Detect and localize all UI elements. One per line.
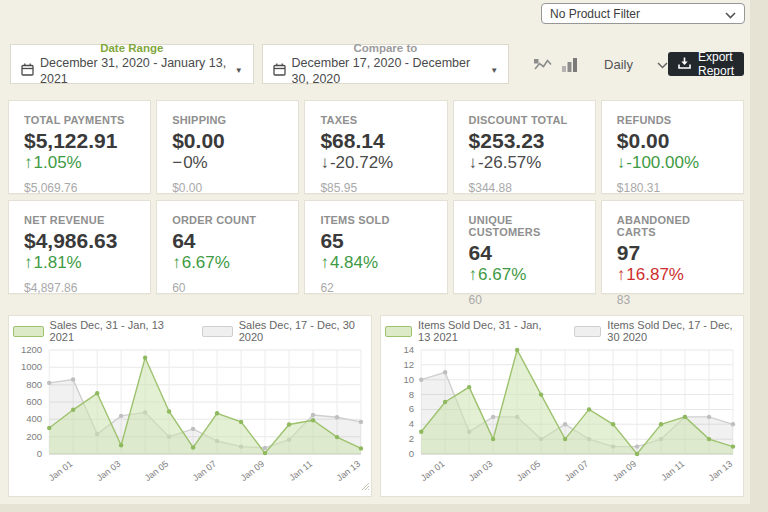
- trend-arrow-icon: ↑: [617, 265, 626, 284]
- svg-text:400: 400: [26, 413, 42, 424]
- date-range-value: December 31, 2020 - January 13, 2021: [40, 55, 229, 87]
- sales-chart-plot: 020040060080010001200Jan 01Jan 03Jan 05J…: [13, 342, 367, 496]
- legend-swatch-icon: [385, 326, 412, 337]
- kpi-label: TOTAL PAYMENTS: [24, 114, 135, 126]
- kpi-label: ABANDONED CARTS: [617, 214, 728, 238]
- svg-text:600: 600: [26, 396, 42, 407]
- sales-chart-legend: Sales Dec, 31 - Jan, 13 2021Sales Dec, 1…: [13, 322, 367, 340]
- kpi-card-discount-total: DISCOUNT TOTAL$253.23↓-26.57%$344.88: [453, 100, 596, 194]
- legend-item[interactable]: Items Sold Dec, 31 - Jan, 13 2021: [385, 319, 548, 343]
- download-icon: [678, 57, 691, 72]
- kpi-card-unique-customers: UNIQUE CUSTOMERS64↑6.67%60: [453, 200, 596, 294]
- kpi-card-order-count: ORDER COUNT64↑6.67%60: [156, 200, 299, 294]
- legend-item[interactable]: Sales Dec, 31 - Jan, 13 2021: [13, 319, 176, 343]
- export-report-button[interactable]: Export Report: [668, 52, 744, 76]
- svg-text:Jan 05: Jan 05: [143, 459, 171, 483]
- trend-arrow-icon: ↑: [469, 265, 478, 284]
- product-filter-value: No Product Filter: [550, 7, 725, 21]
- kpi-value: $253.23: [469, 130, 580, 152]
- kpi-delta: ↑1.05%: [24, 153, 135, 172]
- kpi-value: $0.00: [617, 130, 728, 152]
- svg-text:200: 200: [26, 431, 42, 442]
- bar-chart-icon[interactable]: [561, 57, 578, 72]
- items-sold-chart-panel: Items Sold Dec, 31 - Jan, 13 2021Items S…: [380, 315, 744, 497]
- svg-text:Jan 11: Jan 11: [287, 459, 314, 483]
- svg-text:0: 0: [37, 448, 42, 459]
- kpi-value: 65: [320, 230, 431, 252]
- kpi-value: 64: [172, 230, 283, 252]
- compare-range-picker[interactable]: Compare to December 17, 2020 - December …: [262, 44, 509, 84]
- kpi-previous-value: 83: [617, 293, 728, 307]
- legend-label: Sales Dec, 17 - Dec, 30 2020: [239, 319, 367, 343]
- kpi-delta: −0%: [172, 153, 283, 172]
- svg-text:1200: 1200: [21, 344, 42, 355]
- kpi-previous-value: 60: [469, 293, 580, 307]
- kpi-card-shipping: SHIPPING$0.00−0%$0.00: [156, 100, 299, 194]
- svg-text:Jan 07: Jan 07: [563, 459, 591, 483]
- svg-text:10: 10: [404, 374, 415, 385]
- svg-text:1000: 1000: [21, 361, 42, 372]
- svg-text:14: 14: [404, 344, 415, 355]
- caret-down-icon: ▼: [490, 63, 498, 79]
- kpi-previous-value: 62: [320, 281, 431, 295]
- compare-to-value: December 17, 2020 - December 30, 2020: [292, 55, 485, 87]
- kpi-card-taxes: TAXES$68.14↓-20.72%$85.95: [304, 100, 447, 194]
- svg-text:2: 2: [409, 433, 414, 444]
- kpi-value: $4,986.63: [24, 230, 135, 252]
- kpi-delta: ↑6.67%: [172, 253, 283, 272]
- trend-arrow-icon: ↓: [320, 153, 329, 172]
- svg-text:Jan 05: Jan 05: [515, 459, 543, 483]
- kpi-value: $5,122.91: [24, 130, 135, 152]
- kpi-grid: TOTAL PAYMENTS$5,122.91↑1.05%$5,069.76SH…: [8, 100, 744, 294]
- svg-text:6: 6: [409, 403, 414, 414]
- kpi-card-items-sold: ITEMS SOLD65↑4.84%62: [304, 200, 447, 294]
- svg-text:Jan 13: Jan 13: [335, 459, 363, 483]
- line-chart-icon[interactable]: [533, 56, 552, 72]
- kpi-delta: ↑6.67%: [469, 265, 580, 284]
- kpi-label: ITEMS SOLD: [320, 214, 431, 226]
- legend-item[interactable]: Sales Dec, 17 - Dec, 30 2020: [202, 319, 367, 343]
- legend-swatch-icon: [13, 326, 44, 337]
- kpi-card-refunds: REFUNDS$0.00↓-100.00%$180.31: [601, 100, 744, 194]
- legend-item[interactable]: Items Sold Dec, 17 - Dec, 30 2020: [574, 319, 739, 343]
- kpi-card-abandoned-carts: ABANDONED CARTS97↑16.87%83: [601, 200, 744, 294]
- legend-label: Items Sold Dec, 17 - Dec, 30 2020: [607, 319, 739, 343]
- svg-text:0: 0: [409, 448, 414, 459]
- kpi-previous-value: $85.95: [320, 181, 431, 195]
- svg-text:Jan 13: Jan 13: [707, 459, 735, 483]
- svg-text:Jan 09: Jan 09: [239, 459, 267, 483]
- kpi-label: NET REVENUE: [24, 214, 135, 226]
- svg-text:12: 12: [404, 359, 415, 370]
- kpi-previous-value: $0.00: [172, 181, 283, 195]
- svg-text:Jan 09: Jan 09: [611, 459, 639, 483]
- svg-text:800: 800: [26, 379, 42, 390]
- interval-select[interactable]: Daily: [604, 55, 668, 73]
- chevron-down-icon: [657, 55, 668, 73]
- trend-arrow-icon: −: [172, 153, 182, 172]
- kpi-label: ORDER COUNT: [172, 214, 283, 226]
- product-filter-select[interactable]: No Product Filter: [541, 3, 745, 24]
- kpi-previous-value: 60: [172, 281, 283, 295]
- interval-value: Daily: [604, 57, 633, 72]
- legend-swatch-icon: [202, 326, 233, 337]
- trend-arrow-icon: ↑: [320, 253, 329, 272]
- svg-text:Jan 07: Jan 07: [191, 459, 219, 483]
- items-sold-chart-legend: Items Sold Dec, 31 - Jan, 13 2021Items S…: [385, 322, 739, 340]
- resize-grip-icon[interactable]: [361, 477, 370, 495]
- kpi-delta: ↓-20.72%: [320, 153, 431, 172]
- kpi-value: 64: [469, 242, 580, 264]
- date-range-picker[interactable]: Date Range December 31, 2020 - January 1…: [10, 44, 254, 84]
- kpi-delta: ↓-100.00%: [617, 153, 728, 172]
- kpi-previous-value: $180.31: [617, 181, 728, 195]
- legend-label: Items Sold Dec, 31 - Jan, 13 2021: [418, 319, 548, 343]
- kpi-card-total-payments: TOTAL PAYMENTS$5,122.91↑1.05%$5,069.76: [8, 100, 151, 194]
- caret-down-icon: ▼: [235, 63, 243, 79]
- charts-row: Sales Dec, 31 - Jan, 13 2021Sales Dec, 1…: [8, 315, 744, 497]
- kpi-label: UNIQUE CUSTOMERS: [469, 214, 580, 238]
- svg-text:Jan 03: Jan 03: [95, 459, 123, 483]
- kpi-delta: ↓-26.57%: [469, 153, 580, 172]
- kpi-value: 97: [617, 242, 728, 264]
- legend-swatch-icon: [574, 326, 601, 337]
- sales-chart-panel: Sales Dec, 31 - Jan, 13 2021Sales Dec, 1…: [8, 315, 372, 497]
- kpi-label: REFUNDS: [617, 114, 728, 126]
